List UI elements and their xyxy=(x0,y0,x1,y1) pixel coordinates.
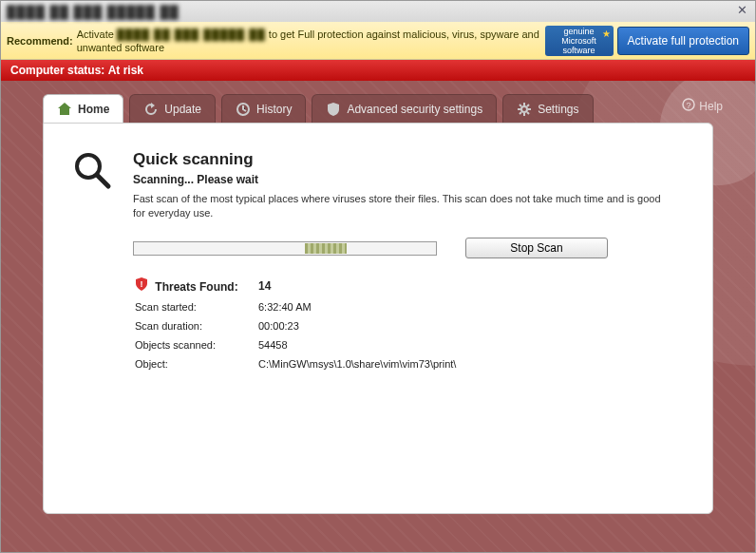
svg-text:?: ? xyxy=(687,101,691,110)
recommend-text: Activate ████ ██ ███ █████ ██ to get Ful… xyxy=(77,28,545,54)
magnifier-icon xyxy=(72,150,116,377)
tab-advanced-security[interactable]: Advanced security settings xyxy=(312,94,497,123)
update-icon xyxy=(143,102,159,117)
history-icon xyxy=(236,102,251,117)
scan-duration-value: 00:00:23 xyxy=(258,320,299,332)
genuine-line2: Microsoft xyxy=(561,36,596,46)
help-label: Help xyxy=(699,100,723,113)
tab-settings[interactable]: Settings xyxy=(502,94,593,123)
tab-advanced-label: Advanced security settings xyxy=(347,103,482,116)
scan-progress-bar xyxy=(133,241,437,256)
threats-found-value: 14 xyxy=(258,279,271,293)
objects-scanned-label: Objects scanned: xyxy=(135,339,258,351)
current-object-label: Object: xyxy=(135,358,258,370)
scan-description: Fast scan of the most typical places whe… xyxy=(133,192,665,220)
shield-icon xyxy=(326,102,341,117)
threats-found-label: Threats Found: xyxy=(155,280,237,294)
objects-scanned-value: 54458 xyxy=(258,339,288,351)
genuine-badge: ★ genuine Microsoft software xyxy=(545,26,614,56)
tab-settings-label: Settings xyxy=(538,103,578,116)
recommend-text-blur: ████ ██ ███ █████ ██ xyxy=(117,29,266,40)
scan-duration-row: Scan duration: 00:00:23 xyxy=(135,320,684,332)
svg-line-5 xyxy=(97,175,108,186)
recommend-text-pre: Activate xyxy=(77,29,117,40)
threats-found-row: ! Threats Found: 14 xyxy=(135,277,684,294)
status-value: At risk xyxy=(108,64,143,77)
threat-shield-icon: ! xyxy=(135,277,148,291)
close-icon[interactable]: ✕ xyxy=(734,5,749,18)
home-icon xyxy=(57,102,72,117)
svg-text:!: ! xyxy=(141,279,143,289)
window-titlebar: ████ ██ ███ █████ ██ ✕ xyxy=(1,1,755,22)
star-icon: ★ xyxy=(602,29,611,39)
scan-started-value: 6:32:40 AM xyxy=(258,301,312,313)
help-link[interactable]: ? Help xyxy=(682,98,723,114)
status-label: Computer status: xyxy=(10,64,104,77)
tab-history-label: History xyxy=(256,103,292,116)
content-panel: Quick scanning Scanning... Please wait F… xyxy=(43,123,713,514)
current-object-value: C:\MinGW\msys\1.0\share\vim\vim73\print\ xyxy=(258,358,456,370)
scan-title: Quick scanning xyxy=(133,150,684,169)
genuine-line1: genuine xyxy=(564,27,595,36)
tab-strip: Home Update History Advanced security se… xyxy=(1,81,755,123)
tab-history[interactable]: History xyxy=(221,94,306,123)
scan-duration-label: Scan duration: xyxy=(135,320,258,332)
tab-update-label: Update xyxy=(164,103,201,116)
objects-scanned-row: Objects scanned: 54458 xyxy=(135,339,684,351)
gear-icon xyxy=(517,102,532,117)
tab-home-label: Home xyxy=(78,103,109,116)
stop-scan-button[interactable]: Stop Scan xyxy=(465,238,608,258)
help-icon: ? xyxy=(682,98,695,114)
computer-status-bar: Computer status: At risk xyxy=(1,60,755,81)
recommend-bar: Recommend: Activate ████ ██ ███ █████ ██… xyxy=(1,22,755,60)
scan-started-row: Scan started: 6:32:40 AM xyxy=(135,301,684,313)
progress-indicator xyxy=(305,243,347,254)
genuine-line3: software xyxy=(563,46,595,55)
scan-subtitle: Scanning... Please wait xyxy=(133,173,684,186)
tab-update[interactable]: Update xyxy=(129,94,216,123)
window-title: ████ ██ ███ █████ ██ xyxy=(7,5,734,19)
svg-point-1 xyxy=(521,106,527,112)
scan-stats: ! Threats Found: 14 Scan started: 6:32:4… xyxy=(135,277,684,370)
main-area: Home Update History Advanced security se… xyxy=(1,81,755,552)
activate-full-protection-button[interactable]: Activate full protection xyxy=(617,27,749,55)
current-object-row: Object: C:\MinGW\msys\1.0\share\vim\vim7… xyxy=(135,358,684,370)
tab-home[interactable]: Home xyxy=(43,94,123,123)
scan-started-label: Scan started: xyxy=(135,301,258,313)
recommend-label: Recommend: xyxy=(7,35,73,47)
